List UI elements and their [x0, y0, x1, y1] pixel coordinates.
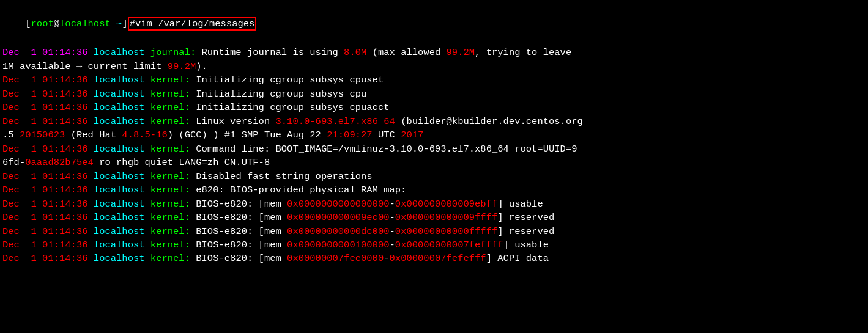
log-text: ] ACPI data — [486, 253, 549, 264]
prompt-hash: #vim /var/log/messages — [128, 17, 257, 31]
log-line-1: Dec 1 01:14:36 localhost journal: Runtim… — [2, 46, 866, 59]
log-line-4: Dec 1 01:14:36 localhost kernel: Initial… — [2, 87, 866, 101]
vim-command-box: #vim /var/log/messages — [128, 17, 257, 31]
log-text: Dec 1 01:14:36 — [2, 171, 94, 182]
terminal-window: [root@localhost ~]#vim /var/log/messages… — [0, 0, 868, 333]
log-text: localhost — [94, 171, 150, 182]
log-text: 0x0000000000100000 — [287, 240, 389, 251]
log-text: 1M available → current limit — [2, 61, 168, 72]
bracket-close: ] — [122, 18, 127, 29]
log-line-14: Dec 1 01:14:36 localhost kernel: BIOS-e8… — [2, 225, 866, 238]
log-text: 0x000000000009ffff — [395, 212, 497, 223]
log-text: kernel: — [150, 116, 196, 127]
log-text: kernel: — [150, 102, 196, 113]
log-text: Linux version — [196, 116, 275, 127]
log-text: 20150623 — [20, 130, 65, 141]
log-text: Dec 1 01:14:36 — [2, 75, 94, 86]
log-text: localhost — [94, 116, 150, 127]
prompt-user: root — [31, 18, 54, 29]
log-text: - — [384, 253, 389, 264]
log-text: Initializing cgroup subsys cpuset — [196, 75, 384, 86]
log-line-9: 6fd-0aaad82b75e4 ro rhgb quiet LANG=zh_C… — [2, 156, 866, 169]
log-text: kernel: — [150, 253, 196, 264]
log-text: ] usable — [497, 199, 543, 210]
log-text: Dec 1 01:14:36 — [2, 144, 94, 155]
log-text: localhost — [94, 47, 150, 58]
log-text: localhost — [94, 253, 150, 264]
log-text: kernel: — [150, 212, 196, 223]
prompt-host: localhost — [59, 18, 111, 29]
log-text: BIOS-e820: [mem — [196, 253, 287, 264]
log-text: localhost — [94, 102, 150, 113]
log-line-5: Dec 1 01:14:36 localhost kernel: Initial… — [2, 101, 866, 114]
log-text: - — [390, 240, 395, 251]
log-text: Initializing cgroup subsys cpu — [196, 89, 366, 100]
log-text: (max allowed — [366, 47, 446, 58]
log-line-10: Dec 1 01:14:36 localhost kernel: Disable… — [2, 170, 866, 183]
log-line-3: Dec 1 01:14:36 localhost kernel: Initial… — [2, 73, 866, 87]
log-text: Dec 1 01:14:36 — [2, 89, 94, 100]
log-text: 8.0M — [344, 47, 366, 58]
log-text: - — [390, 199, 395, 210]
log-line-12: Dec 1 01:14:36 localhost kernel: BIOS-e8… — [2, 197, 866, 211]
log-text: Dec 1 01:14:36 — [2, 199, 94, 210]
log-text: 6fd- — [2, 157, 25, 168]
log-text: 4.8.5-16 — [122, 130, 167, 141]
log-text: localhost — [94, 199, 150, 210]
log-text: 0x00000000007feffff — [395, 240, 503, 251]
log-text: kernel: — [150, 75, 196, 86]
log-text: Dec 1 01:14:36 — [2, 212, 94, 223]
log-text: 0x0000000000000000 — [287, 199, 389, 210]
log-text: ) (GCC) ) #1 SMP Tue Aug 22 — [168, 130, 327, 141]
prompt-line: [root@localhost ~]#vim /var/log/messages — [2, 4, 866, 45]
log-text: BIOS-e820: [mem — [196, 199, 287, 210]
log-text: 0x00000007fee0000 — [287, 253, 384, 264]
log-text: Runtime journal is using — [202, 47, 344, 58]
log-text: Dec 1 01:14:36 — [2, 253, 94, 264]
log-text: kernel: — [150, 144, 196, 155]
log-text: Command line: BOOT_IMAGE=/vmlinuz-3.10.0… — [196, 144, 577, 155]
log-text: Dec 1 01:14:36 — [2, 116, 94, 127]
log-text: localhost — [94, 75, 150, 86]
log-text: BIOS-e820: [mem — [196, 240, 287, 251]
log-text: localhost — [94, 185, 150, 196]
prompt-at: @ — [54, 18, 59, 29]
bracket-open: [ — [25, 18, 31, 29]
log-text: localhost — [94, 240, 150, 251]
log-text: ] usable — [503, 240, 549, 251]
log-text: ] reserved — [497, 212, 554, 223]
log-line-11: Dec 1 01:14:36 localhost kernel: e820: B… — [2, 183, 866, 197]
log-text: kernel: — [150, 89, 196, 100]
log-text: journal: — [150, 47, 202, 58]
log-text: BIOS-e820: [mem — [196, 212, 287, 223]
log-text: 0aaad82b75e4 — [25, 157, 94, 168]
log-text: 0x000000000009ebff — [395, 199, 497, 210]
log-text: kernel: — [150, 185, 196, 196]
log-text: ). — [196, 61, 207, 72]
log-text: , trying to leave — [475, 47, 571, 58]
log-text: 99.2M — [168, 61, 196, 72]
log-text: .5 — [2, 130, 20, 141]
log-line-13: Dec 1 01:14:36 localhost kernel: BIOS-e8… — [2, 211, 866, 224]
log-text: Disabled fast string operations — [196, 171, 372, 182]
log-line-8: Dec 1 01:14:36 localhost kernel: Command… — [2, 142, 866, 156]
log-text: 3.10.0-693.el7.x86_64 — [276, 116, 395, 127]
prompt-dir: ~ — [116, 18, 122, 29]
log-text: Dec 1 01:14:36 — [2, 226, 94, 237]
log-text: - — [390, 226, 395, 237]
log-text: (Red Hat — [65, 130, 122, 141]
log-text: Dec 1 01:14:36 — [2, 240, 94, 251]
log-text: - — [390, 212, 395, 223]
log-text: BIOS-e820: [mem — [196, 226, 287, 237]
log-text: kernel: — [150, 240, 196, 251]
log-text: UTC — [373, 130, 401, 141]
log-text: ro rhgb quiet LANG=zh_CN.UTF-8 — [94, 157, 270, 168]
log-text: localhost — [94, 212, 150, 223]
log-line-6: Dec 1 01:14:36 localhost kernel: Linux v… — [2, 115, 866, 128]
log-text: localhost — [94, 226, 150, 237]
log-text: 0x00000000000dc000 — [287, 226, 389, 237]
log-text: (builder@kbuilder.dev.centos.org — [395, 116, 583, 127]
log-line-2: 1M available → current limit 99.2M). — [2, 60, 866, 73]
log-text: e820: BIOS-provided physical RAM map: — [196, 185, 406, 196]
log-line-16: Dec 1 01:14:36 localhost kernel: BIOS-e8… — [2, 252, 866, 265]
